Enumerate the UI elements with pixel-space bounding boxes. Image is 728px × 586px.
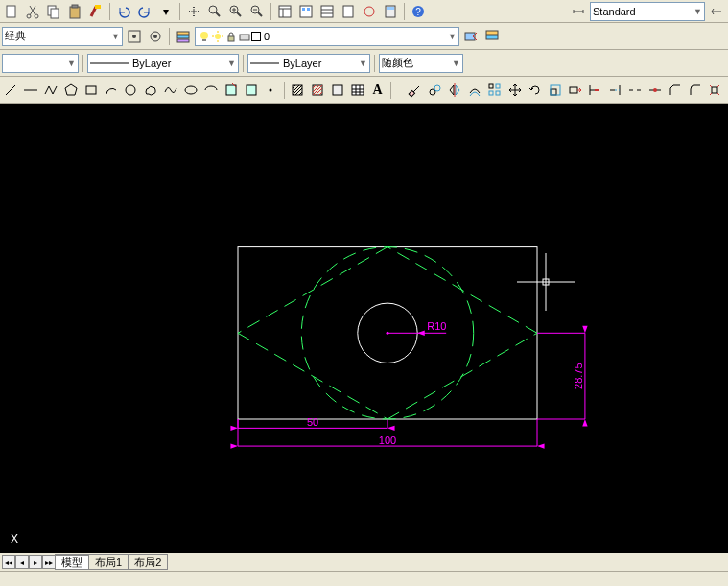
trim-icon[interactable] <box>586 81 604 100</box>
mtext-icon[interactable]: A <box>368 81 387 100</box>
match-icon[interactable] <box>86 2 106 21</box>
svg-rect-26 <box>177 32 189 35</box>
layer-previous-icon[interactable] <box>461 27 481 46</box>
lineweight-preview-icon <box>250 59 279 67</box>
offset-icon[interactable] <box>466 81 484 100</box>
layer-manager-icon[interactable] <box>174 27 193 46</box>
layers-toolbar: 经典 ▼ 0 ▼ <box>0 23 728 50</box>
drawing-canvas[interactable]: R105010028.75X <box>0 104 728 553</box>
chevron-down-icon: ▼ <box>452 59 460 68</box>
ellipse-arc-icon[interactable] <box>201 81 220 100</box>
dropdown-arrow-icon[interactable]: ▾ <box>156 2 176 21</box>
hatch-icon[interactable] <box>289 81 307 100</box>
svg-rect-59 <box>551 89 556 95</box>
explode-icon[interactable] <box>706 81 724 100</box>
array-icon[interactable] <box>486 81 505 100</box>
svg-rect-5 <box>70 7 80 18</box>
dim-style-dropdown[interactable]: Standard ▼ <box>590 2 705 21</box>
zoom-previous-icon[interactable] <box>247 2 267 21</box>
pline-icon[interactable] <box>42 81 60 100</box>
tab-model[interactable]: 模型 <box>55 554 89 570</box>
properties-icon[interactable] <box>275 2 294 21</box>
circle-icon[interactable] <box>122 81 140 100</box>
line-icon[interactable] <box>2 81 20 100</box>
dim-update-icon[interactable] <box>707 2 726 21</box>
plotstyle-dropdown[interactable]: 随颜色 ▼ <box>379 54 463 73</box>
point-icon[interactable] <box>262 81 280 100</box>
polygon-icon[interactable] <box>62 81 81 100</box>
svg-rect-14 <box>307 8 310 11</box>
undo-icon[interactable] <box>114 2 133 21</box>
tab-layout1[interactable]: 布局1 <box>88 554 129 570</box>
insert-block-icon[interactable] <box>222 81 240 100</box>
scale-icon[interactable] <box>546 81 564 100</box>
draw-toolbar: A <box>0 77 728 104</box>
join-icon[interactable] <box>646 81 664 100</box>
zoom-realtime-icon[interactable] <box>205 2 224 21</box>
svg-point-46 <box>270 88 272 91</box>
dim-style-value: Standard <box>593 6 636 17</box>
copy-icon[interactable] <box>44 2 63 21</box>
tab-next-icon[interactable]: ▸ <box>29 555 42 569</box>
svg-rect-19 <box>387 7 394 10</box>
layer-color-swatch <box>251 32 261 41</box>
workspace-gear-icon[interactable] <box>146 27 165 46</box>
move-icon[interactable] <box>506 81 525 100</box>
workspace-settings-icon[interactable] <box>125 27 144 46</box>
region-icon[interactable] <box>328 81 346 100</box>
spline-icon[interactable] <box>162 81 180 100</box>
make-block-icon[interactable] <box>242 81 260 100</box>
layer-states-icon[interactable] <box>482 27 502 46</box>
svg-rect-32 <box>240 35 249 40</box>
zoom-window-icon[interactable] <box>226 2 246 21</box>
paste-icon[interactable] <box>65 2 84 21</box>
break-icon[interactable] <box>626 81 645 100</box>
svg-point-25 <box>153 35 157 38</box>
gradient-icon[interactable] <box>309 81 327 100</box>
extend-icon[interactable] <box>606 81 624 100</box>
copy-obj-icon[interactable] <box>426 81 444 100</box>
tab-layout2[interactable]: 布局2 <box>128 554 168 570</box>
svg-rect-0 <box>7 6 15 17</box>
calc-icon[interactable] <box>381 2 400 21</box>
fillet-icon[interactable] <box>686 81 704 100</box>
dim-style-icon[interactable] <box>569 2 588 21</box>
new-icon[interactable] <box>2 2 21 21</box>
lineweight-dropdown[interactable]: ByLayer ▼ <box>247 54 370 73</box>
design-center-icon[interactable] <box>296 2 316 21</box>
table-icon[interactable] <box>348 81 366 100</box>
tab-first-icon[interactable]: ◂◂ <box>2 555 15 569</box>
svg-rect-12 <box>300 6 312 17</box>
svg-line-68 <box>387 247 537 334</box>
svg-rect-41 <box>86 86 96 94</box>
workspace-dropdown[interactable]: 经典 ▼ <box>2 27 123 46</box>
plotstyle-value: 随颜色 <box>382 56 413 70</box>
svg-rect-16 <box>343 6 353 17</box>
arc-icon[interactable] <box>102 81 120 100</box>
rotate-icon[interactable] <box>526 81 544 100</box>
help-icon[interactable]: ? <box>409 2 428 21</box>
chevron-down-icon: ▼ <box>111 32 120 41</box>
erase-icon[interactable] <box>406 81 424 100</box>
tool-palette-icon[interactable] <box>317 2 337 21</box>
tab-last-icon[interactable]: ▸▸ <box>42 555 56 569</box>
pan-icon[interactable] <box>184 2 203 21</box>
redo-icon[interactable] <box>135 2 154 21</box>
stretch-icon[interactable] <box>566 81 584 100</box>
revcloud-icon[interactable] <box>142 81 160 100</box>
rectangle-icon[interactable] <box>82 81 100 100</box>
sheet-set-icon[interactable] <box>339 2 358 21</box>
xline-icon[interactable] <box>22 81 40 100</box>
mirror-icon[interactable] <box>446 81 464 100</box>
color-dropdown[interactable]: ▼ <box>2 54 79 73</box>
linetype-dropdown[interactable]: ByLayer ▼ <box>87 54 239 73</box>
svg-rect-27 <box>177 35 189 38</box>
chevron-down-icon: ▼ <box>448 32 457 41</box>
cut-icon[interactable] <box>23 2 42 21</box>
markup-icon[interactable] <box>360 2 379 21</box>
svg-rect-11 <box>279 6 291 17</box>
chamfer-icon[interactable] <box>666 81 684 100</box>
layer-dropdown[interactable]: 0 ▼ <box>195 27 459 46</box>
ellipse-icon[interactable] <box>182 81 200 100</box>
tab-prev-icon[interactable]: ◂ <box>15 555 29 569</box>
